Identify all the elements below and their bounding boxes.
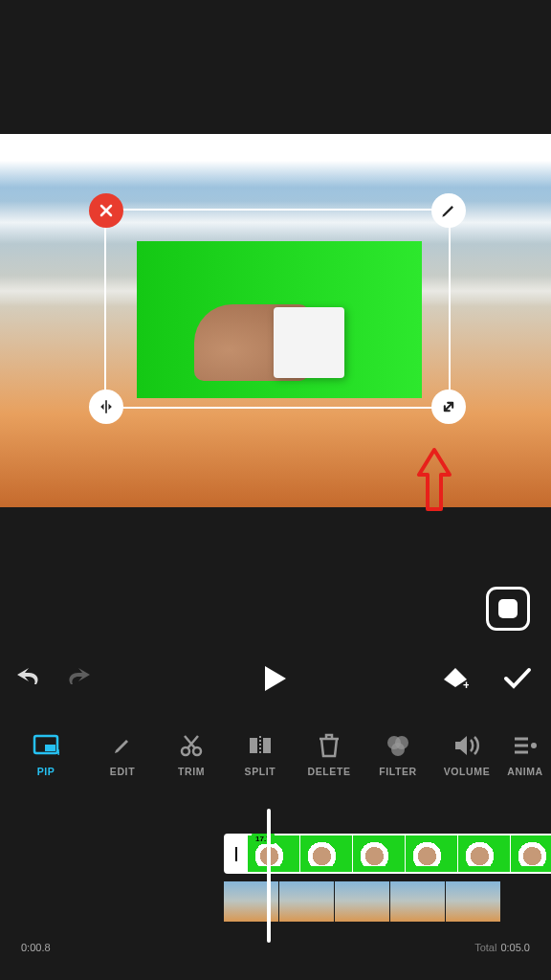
play-icon (263, 664, 288, 693)
current-time: 0:00.8 (21, 942, 51, 953)
pip-overlay-content[interactable] (137, 241, 422, 398)
pip-edit-handle[interactable] (431, 193, 466, 228)
pip-clip-thumb[interactable] (300, 835, 352, 872)
redo-button (63, 667, 92, 694)
confirm-button[interactable] (503, 667, 532, 694)
total-time-wrap: Total0:05.0 (474, 942, 530, 953)
tool-label: EDIT (110, 766, 135, 777)
tool-volume[interactable]: VOLUME (432, 731, 501, 777)
pip-delete-handle[interactable] (89, 193, 123, 228)
pip-clip-thumb[interactable] (353, 835, 405, 872)
play-button[interactable] (263, 664, 288, 697)
total-time: 0:05.0 (500, 942, 530, 953)
pencil-icon (111, 731, 134, 760)
main-clip-thumb[interactable] (335, 881, 389, 922)
tool-delete[interactable]: DELETE (295, 731, 364, 777)
pip-track-left-handle[interactable]: | (226, 835, 247, 872)
undo-icon (17, 667, 44, 690)
pip-mirror-handle[interactable] (89, 390, 123, 424)
tool-trim[interactable]: TRIM (157, 731, 226, 777)
svg-rect-7 (263, 738, 271, 753)
volume-icon (453, 731, 480, 760)
sky-cloud-decoration (0, 134, 551, 188)
op-row: + (0, 659, 551, 702)
tool-split[interactable]: SPLIT (226, 731, 295, 777)
split-icon (248, 731, 273, 760)
keyframe-add-icon: + (442, 666, 469, 691)
redo-icon (63, 667, 90, 690)
tool-pip[interactable]: + PIP (11, 731, 80, 777)
pip-clip-thumb[interactable] (406, 835, 457, 872)
time-indicator-row: 0:00.8 Total0:05.0 (0, 942, 551, 953)
total-label: Total (474, 942, 496, 953)
tool-animation[interactable]: ANIMA (501, 731, 549, 777)
svg-point-11 (531, 743, 537, 748)
trash-icon (319, 731, 340, 760)
tool-label: SPLIT (245, 766, 276, 777)
undo-button[interactable] (17, 667, 46, 694)
check-icon (503, 667, 532, 690)
filter-icon (385, 731, 411, 760)
svg-rect-2 (45, 745, 55, 751)
playhead[interactable] (267, 809, 271, 943)
tool-filter[interactable]: FILTER (364, 731, 432, 777)
main-track[interactable] (224, 881, 501, 922)
tool-label: DELETE (307, 766, 350, 777)
svg-text:+: + (463, 679, 469, 691)
pip-clip-thumb[interactable] (458, 835, 510, 872)
animation-icon (513, 731, 538, 760)
tool-label: FILTER (379, 766, 417, 777)
tool-label: VOLUME (444, 766, 491, 777)
tool-label: TRIM (178, 766, 205, 777)
add-keyframe-button[interactable]: + (442, 666, 469, 695)
pip-icon: + (33, 731, 59, 760)
tool-label: PIP (37, 766, 55, 777)
pip-content-case (274, 307, 344, 378)
stop-record-button[interactable] (486, 587, 530, 631)
annotation-arrow (413, 446, 455, 513)
resize-arrow-icon (439, 397, 458, 416)
pip-overlay-frame[interactable] (104, 209, 451, 409)
main-clip-thumb[interactable] (390, 881, 445, 922)
mirror-icon (97, 397, 116, 416)
scissors-icon (179, 731, 204, 760)
tool-edit[interactable]: EDIT (88, 731, 157, 777)
main-clip-thumb[interactable] (279, 881, 334, 922)
edit-toolbar: + PIP EDIT TRIM SPLIT DELETE FILTER VOLU… (0, 718, 551, 791)
pip-track[interactable]: | 17.7 (224, 834, 551, 874)
pip-clip-thumb[interactable] (511, 835, 551, 872)
main-clip-thumb[interactable] (446, 881, 500, 922)
svg-point-10 (391, 743, 405, 756)
pip-clip-duration: 17.7 (252, 834, 275, 844)
close-icon (97, 201, 116, 220)
svg-text:+: + (55, 746, 59, 757)
pip-resize-handle[interactable] (431, 390, 466, 424)
svg-rect-6 (250, 738, 257, 753)
pencil-icon (439, 201, 458, 220)
tool-label: ANIMA (507, 766, 542, 777)
